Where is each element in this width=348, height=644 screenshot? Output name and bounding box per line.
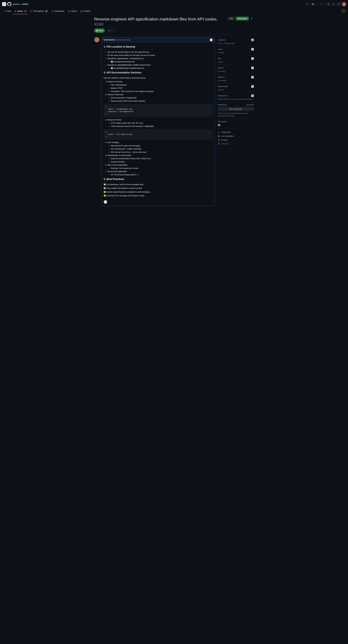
pin-issue-action[interactable]: Pin issue	[218, 138, 254, 142]
lock-conversation-action[interactable]: Lock conversation	[218, 134, 254, 138]
gear-icon[interactable]	[251, 66, 254, 69]
delete-issue-action[interactable]: Delete issue	[218, 142, 254, 146]
assign-yourself-link[interactable]: Assign yourself	[224, 42, 235, 44]
issue-number: #240	[94, 22, 103, 26]
comment-menu-button[interactable]	[210, 39, 213, 41]
heading-file-location: 1. File Location & Naming	[104, 45, 213, 50]
svg-point-10	[32, 12, 32, 12]
svg-point-7	[15, 11, 15, 12]
copy-link-button[interactable]	[250, 16, 254, 20]
copilot-button[interactable]	[311, 2, 315, 6]
gear-icon[interactable]	[251, 39, 254, 41]
create-button[interactable]	[319, 2, 323, 6]
svg-point-18	[97, 30, 97, 31]
projects-heading: Projects	[218, 67, 224, 69]
repo-nav-more[interactable]	[342, 9, 346, 14]
unsubscribe-button[interactable]: Unsubscribe	[218, 107, 254, 111]
comment-header: hiroshinishio opened yesterday	[101, 37, 215, 43]
copilot-dropdown[interactable]	[315, 2, 318, 6]
add-reaction-button[interactable]	[104, 200, 107, 204]
participants-heading: Participants	[218, 120, 227, 123]
gear-icon[interactable]	[251, 94, 254, 97]
tab-projects[interactable]: Projects	[79, 8, 91, 14]
new-issue-button[interactable]: New issue	[236, 17, 249, 20]
breadcrumb-repo[interactable]: website	[22, 3, 28, 6]
gear-icon[interactable]	[251, 76, 254, 78]
svg-rect-28	[218, 136, 219, 137]
svg-point-2	[328, 4, 329, 4]
breadcrumb-org[interactable]: gitautoai	[13, 3, 20, 6]
gear-icon[interactable]	[251, 85, 254, 88]
svg-point-3	[333, 3, 333, 4]
pulls-icon-button[interactable]	[332, 2, 336, 6]
copy-code-button[interactable]	[208, 105, 211, 109]
tab-issues[interactable]: Issues7	[13, 8, 28, 14]
customize-link[interactable]: Customize	[246, 104, 254, 106]
issues-icon-button[interactable]	[326, 2, 331, 6]
code-block-response: { "token": "jwt-token-string" }	[104, 129, 213, 140]
hamburger-menu[interactable]	[2, 2, 6, 6]
comment-body: 1. File Location & Naming Store all API …	[101, 43, 215, 200]
svg-point-0	[307, 3, 308, 5]
svg-rect-16	[251, 18, 253, 19]
svg-rect-12	[81, 10, 82, 12]
svg-point-4	[333, 4, 333, 5]
heading-api-sections: 2. API Documentation Sections	[104, 70, 213, 76]
development-heading: Development	[218, 94, 227, 97]
tab-actions[interactable]: Actions	[67, 8, 78, 14]
gear-icon[interactable]	[251, 48, 254, 50]
svg-point-21	[211, 40, 211, 40]
header-actions	[306, 2, 346, 6]
issue-title: Reverse-engineer API specification markd…	[94, 16, 226, 27]
svg-point-22	[212, 40, 212, 40]
status-row: Open 0 / 1	[94, 28, 254, 35]
svg-point-19	[108, 30, 109, 32]
notification-dot	[340, 2, 341, 3]
comment-author-link[interactable]: hiroshinishio	[104, 38, 115, 41]
svg-point-15	[345, 11, 345, 12]
svg-point-14	[344, 11, 344, 12]
state-badge: Open	[94, 28, 105, 33]
svg-point-25	[105, 201, 106, 203]
edit-button[interactable]: Edit	[227, 17, 235, 20]
tab-pulls[interactable]: Pull requests11	[29, 8, 49, 14]
svg-point-5	[334, 4, 335, 5]
github-logo[interactable]	[7, 2, 11, 6]
tab-code[interactable]: Code	[2, 8, 12, 14]
labels-heading: Labels	[218, 48, 223, 50]
svg-point-13	[343, 11, 344, 12]
comment-box: hiroshinishio opened yesterday 1. File L…	[101, 37, 215, 206]
participant-avatar[interactable]	[218, 124, 220, 126]
code-block-request: { "email": "user@example.com", "password…	[104, 104, 213, 117]
assignees-heading: Assignees	[218, 39, 226, 41]
tab-discussions[interactable]: Discussions	[50, 8, 66, 14]
app-header: gitautoai / website	[0, 0, 348, 8]
heading-best-practices: 3. Best Practices	[104, 177, 213, 182]
svg-rect-23	[209, 106, 210, 108]
comment-author-avatar[interactable]	[94, 37, 99, 42]
user-avatar[interactable]	[342, 2, 346, 6]
svg-point-8	[30, 10, 31, 11]
tasks-progress[interactable]: 0 / 1	[106, 28, 116, 33]
comment-timestamp: opened yesterday	[116, 38, 130, 41]
transfer-issue-action[interactable]: Transfer issue	[218, 130, 254, 134]
create-dropdown[interactable]	[323, 2, 325, 6]
copy-code-button[interactable]	[208, 130, 211, 134]
breadcrumb: gitautoai / website	[13, 3, 28, 6]
type-heading: Type	[218, 57, 221, 60]
milestone-heading: Milestone	[218, 76, 225, 78]
issue-header: Reverse-engineer API specification markd…	[94, 16, 254, 27]
svg-rect-24	[209, 132, 210, 133]
notifications-heading: Notifications	[218, 104, 227, 106]
issue-sidebar: Assignees No one - Assign yourself Label…	[218, 37, 254, 206]
relationships-heading: Relationships	[218, 85, 228, 88]
svg-point-9	[30, 12, 31, 12]
gear-icon[interactable]	[251, 57, 254, 60]
svg-point-20	[210, 40, 211, 40]
create-branch-link[interactable]: Create a branch	[218, 98, 229, 100]
search-button[interactable]	[306, 2, 310, 6]
repo-nav: Code Issues7 Pull requests11 Discussions…	[0, 8, 348, 14]
timeline: hiroshinishio opened yesterday 1. File L…	[94, 37, 215, 206]
